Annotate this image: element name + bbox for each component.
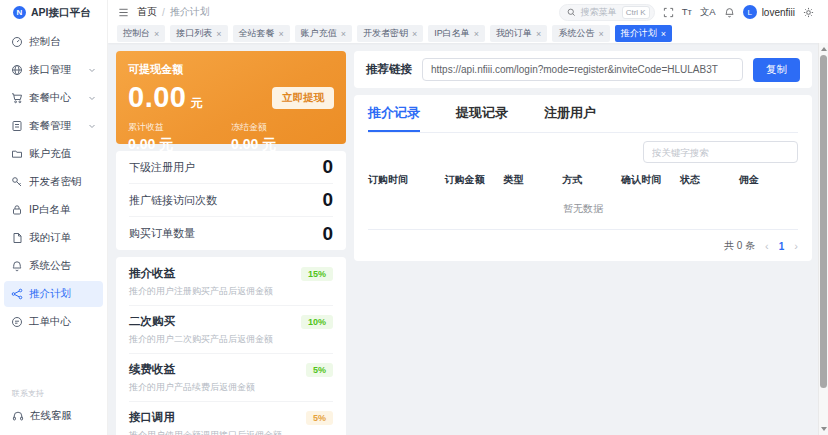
sidebar-item-referral-plan[interactable]: 推介计划 xyxy=(4,281,103,307)
font-size-icon[interactable]: Tт xyxy=(682,7,692,17)
withdrawable-title: 可提现金额 xyxy=(128,62,334,77)
breadcrumb-current: 推介计划 xyxy=(170,5,210,19)
commission-description: 推介的用户产品续费后返佣金额 xyxy=(129,381,333,394)
tab-close-icon[interactable]: × xyxy=(216,29,221,39)
sidebar-item-label: 套餐管理 xyxy=(29,119,71,133)
sidebar-item-package-center[interactable]: 套餐中心 xyxy=(4,85,103,111)
commission-rates-card: 推介收益 15% 推介的用户注册购买产品后返佣金额 二次购买 10% 推介的用户… xyxy=(116,257,346,435)
copy-button[interactable]: 复制 xyxy=(753,58,800,82)
scroll-down-arrow[interactable] xyxy=(819,424,828,434)
commission-item-api-call: 接口调用 5% 推介用户使用余额调用接口后返佣金额 xyxy=(129,402,333,435)
online-service-label: 在线客服 xyxy=(30,409,72,423)
locale-icon[interactable]: 文A xyxy=(700,7,716,17)
tab-developer-key[interactable]: 开发者密钥× xyxy=(357,25,423,42)
stat-value: 0 xyxy=(322,189,333,211)
tab-close-icon[interactable]: × xyxy=(412,29,417,39)
referral-link-card: 推荐链接 复制 xyxy=(354,51,812,88)
tab-registered-users[interactable]: 注册用户 xyxy=(544,104,596,132)
tab-announcements[interactable]: 系统公告× xyxy=(552,25,609,42)
commission-item-referral: 推介收益 15% 推介的用户注册购买产品后返佣金额 xyxy=(129,258,333,306)
commission-rate-badge: 15% xyxy=(301,267,333,281)
sidebar-item-ticket-center[interactable]: 工单中心 xyxy=(4,309,103,335)
column-type: 类型 xyxy=(503,173,562,187)
pagination-next-icon[interactable]: › xyxy=(794,240,798,252)
commission-item-second-purchase: 二次购买 10% 推介的用户二次购买产品后返佣金额 xyxy=(129,306,333,354)
breadcrumb-home[interactable]: 首页 xyxy=(137,5,157,19)
sidebar-item-label: 账户充值 xyxy=(29,147,71,161)
sidebar-item-my-orders[interactable]: 我的订单 xyxy=(4,225,103,251)
commission-item-renewal: 续费收益 5% 推介的用户产品续费后返佣金额 xyxy=(129,354,333,402)
tab-referral-plan[interactable]: 推介计划× xyxy=(615,25,672,42)
gear-icon[interactable] xyxy=(803,7,814,18)
tab-ip-whitelist[interactable]: IP白名单× xyxy=(428,25,485,42)
tab-close-icon[interactable]: × xyxy=(154,29,159,39)
tab-close-icon[interactable]: × xyxy=(279,29,284,39)
tab-close-icon[interactable]: × xyxy=(474,29,479,39)
top-header: 首页 / 推介计划 搜索菜单 Ctrl K Tт 文A L lovenfiii xyxy=(108,0,828,24)
tab-recharge[interactable]: 账户充值× xyxy=(295,25,352,42)
withdraw-now-button[interactable]: 立即提现 xyxy=(272,87,334,109)
scrollbar-thumb[interactable] xyxy=(820,55,827,388)
tab-my-orders[interactable]: 我的订单× xyxy=(490,25,547,42)
package-icon xyxy=(11,120,23,132)
column-commission: 佣金 xyxy=(739,173,798,187)
tab-label: 控制台 xyxy=(123,27,150,40)
tab-close-icon[interactable]: × xyxy=(598,29,603,39)
tab-withdrawal-records[interactable]: 提现记录 xyxy=(456,104,508,132)
tab-close-icon[interactable]: × xyxy=(661,29,666,39)
sidebar-item-console[interactable]: 控制台 xyxy=(4,29,103,55)
commission-title: 接口调用 xyxy=(129,410,175,425)
sidebar-item-announcements[interactable]: 系统公告 xyxy=(4,253,103,279)
commission-description: 推介用户使用余额调用接口后返佣金额 xyxy=(129,429,333,435)
table-header-row: 订购时间 订购金额 类型 方式 确认时间 状态 佣金 xyxy=(368,165,798,196)
commission-rate-badge: 10% xyxy=(301,315,333,329)
breadcrumb-separator: / xyxy=(162,7,165,18)
sidebar-item-label: IP白名单 xyxy=(29,203,70,217)
referral-link-input[interactable] xyxy=(422,58,743,81)
logo-icon: N xyxy=(13,6,26,19)
records-tabs: 推介记录 提现记录 注册用户 xyxy=(368,95,798,133)
breadcrumb: 首页 / 推介计划 xyxy=(137,5,210,19)
avatar: L xyxy=(743,5,757,19)
online-service-button[interactable]: 在线客服 xyxy=(12,409,95,423)
sidebar-item-recharge[interactable]: 账户充值 xyxy=(4,141,103,167)
tab-label: 开发者密钥 xyxy=(363,27,408,40)
recharge-icon xyxy=(11,148,23,160)
sidebar-item-developer-key[interactable]: 开发者密钥 xyxy=(4,169,103,195)
scroll-up-arrow[interactable] xyxy=(819,44,828,54)
sidebar-item-label: 接口管理 xyxy=(29,63,71,77)
vertical-scrollbar[interactable] xyxy=(818,43,828,435)
sidebar-item-ip-whitelist[interactable]: IP白名单 xyxy=(4,197,103,223)
app-logo[interactable]: N API接口平台 xyxy=(0,0,107,25)
chevron-down-icon xyxy=(88,66,96,74)
pagination-prev-icon[interactable]: ‹ xyxy=(765,240,769,252)
tab-api-list[interactable]: 接口列表× xyxy=(170,25,227,42)
user-menu[interactable]: L lovenfiii xyxy=(743,5,795,19)
sidebar-item-label: 开发者密钥 xyxy=(29,175,82,189)
notification-bell-icon[interactable] xyxy=(724,7,735,18)
tab-site-packages[interactable]: 全站套餐× xyxy=(233,25,290,42)
menu-search-button[interactable]: 搜索菜单 Ctrl K xyxy=(559,4,655,21)
sidebar-menu: 控制台 接口管理 套餐中心 套餐管理 账户充值 开发者密钥 IP白名单 xyxy=(0,25,107,339)
ticket-icon xyxy=(11,316,23,328)
tab-label: 全站套餐 xyxy=(239,27,275,40)
keyword-search-input[interactable] xyxy=(643,141,798,163)
column-method: 方式 xyxy=(562,173,621,187)
dashboard-icon xyxy=(11,36,23,48)
chevron-down-icon xyxy=(88,94,96,102)
tab-close-icon[interactable]: × xyxy=(341,29,346,39)
commission-title: 二次购买 xyxy=(129,314,175,329)
column-confirm-time: 确认时间 xyxy=(621,173,680,187)
stat-registered-users: 下级注册用户 0 xyxy=(129,151,333,184)
collapse-menu-icon[interactable] xyxy=(118,7,129,18)
tab-console[interactable]: 控制台× xyxy=(117,25,165,42)
sidebar-item-api-management[interactable]: 接口管理 xyxy=(4,57,103,83)
pagination-page-1[interactable]: 1 xyxy=(779,241,785,252)
sidebar-item-package-management[interactable]: 套餐管理 xyxy=(4,113,103,139)
tab-close-icon[interactable]: × xyxy=(536,29,541,39)
commission-title: 推介收益 xyxy=(129,266,175,281)
tab-referral-records[interactable]: 推介记录 xyxy=(368,104,420,132)
referral-stats-card: 下级注册用户 0 推广链接访问次数 0 购买订单数量 0 xyxy=(116,151,346,250)
fullscreen-icon[interactable] xyxy=(663,7,674,18)
search-shortcut-badge: Ctrl K xyxy=(622,6,650,19)
